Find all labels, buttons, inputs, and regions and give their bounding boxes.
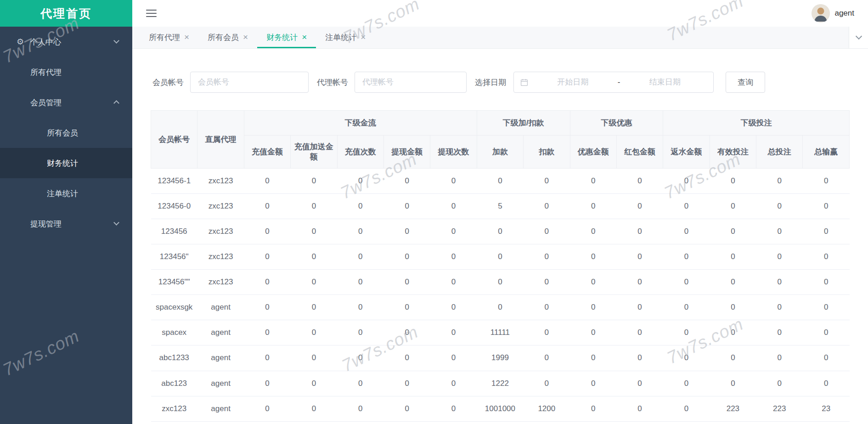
- cell-value: 0: [244, 320, 290, 345]
- cell-value: 0: [710, 193, 756, 219]
- cell-value: 0: [803, 219, 850, 244]
- cell-value: 0: [244, 270, 290, 295]
- cell-direct-agent: zxc123: [197, 244, 244, 270]
- cell-value: 0: [383, 219, 430, 244]
- table-header: 会员帐号直属代理下级金流下级加/扣款下级优惠下级投注充值金额充值加送金额充值次数…: [151, 111, 850, 169]
- tab-finance-stats[interactable]: 财务统计×: [257, 27, 316, 48]
- column-header: 充值次数: [337, 136, 383, 169]
- cell-value: 0: [756, 193, 803, 219]
- stats-table: 会员帐号直属代理下级金流下级加/扣款下级优惠下级投注充值金额充值加送金额充值次数…: [151, 110, 850, 422]
- hamburger-menu-icon[interactable]: [146, 10, 157, 17]
- cell-value: 0: [710, 219, 756, 244]
- table-row: 123456""zxc1230000000000000: [151, 270, 850, 295]
- calendar-icon: [520, 79, 528, 86]
- sidebar-item-label: 所有会员: [47, 128, 78, 138]
- tab-all-agents[interactable]: 所有代理×: [140, 27, 198, 48]
- start-date-input[interactable]: [531, 78, 615, 87]
- cell-value: 0: [710, 270, 756, 295]
- sidebar-item-label: 所有代理: [30, 67, 62, 78]
- sidebar-item-label: 个人中心: [30, 37, 61, 47]
- cell-value: 0: [291, 219, 337, 244]
- cell-value: 0: [383, 193, 430, 219]
- cell-value: 0: [616, 219, 663, 244]
- tab-bet-stats[interactable]: 注单统计×: [316, 27, 375, 48]
- cell-value: 0: [710, 295, 756, 320]
- cell-value: 0: [337, 320, 383, 345]
- tab-bar: 所有代理×所有会员×财务统计×注单统计×: [132, 27, 868, 49]
- cell-direct-agent: agent: [197, 396, 244, 421]
- column-header: 提现金额: [383, 136, 430, 169]
- cell-value: 0: [616, 295, 663, 320]
- cell-value: 0: [524, 295, 570, 320]
- cell-value: 0: [756, 345, 803, 371]
- cell-value: 0: [803, 168, 850, 193]
- tab-close-icon[interactable]: ×: [361, 33, 366, 41]
- cell-member-account: 123456-1: [151, 168, 197, 193]
- cell-member-account: 123456": [151, 244, 197, 270]
- search-button[interactable]: 查询: [726, 72, 765, 93]
- sidebar-item-bet-stats[interactable]: 注单统计: [0, 178, 132, 209]
- cell-value: 0: [383, 320, 430, 345]
- user-menu[interactable]: agent: [812, 4, 854, 23]
- cell-value: 0: [337, 295, 383, 320]
- member-account-input[interactable]: [190, 72, 309, 93]
- cell-value: 1200: [524, 396, 570, 421]
- sidebar-item-all-members[interactable]: 所有会员: [0, 118, 132, 148]
- cell-direct-agent: agent: [197, 371, 244, 396]
- main-area: agent 所有代理×所有会员×财务统计×注单统计× 会员帐号 代理帐号 选择日…: [132, 0, 868, 424]
- tab-close-icon[interactable]: ×: [302, 33, 307, 41]
- column-header: 总输赢: [803, 136, 850, 169]
- cell-value: 0: [244, 371, 290, 396]
- cell-value: 0: [383, 345, 430, 371]
- tab-all-members[interactable]: 所有会员×: [198, 27, 257, 48]
- tab-close-icon[interactable]: ×: [184, 33, 189, 41]
- cell-direct-agent: zxc123: [197, 168, 244, 193]
- tab-close-icon[interactable]: ×: [243, 33, 248, 41]
- sidebar-item-member-management[interactable]: 会员管理: [0, 87, 132, 118]
- cell-value: 0: [570, 270, 616, 295]
- column-header: 充值金额: [244, 136, 290, 169]
- sidebar-item-personal-center[interactable]: ⚙个人中心: [0, 27, 132, 57]
- cell-value: 0: [756, 320, 803, 345]
- table-row: 123456"zxc1230000000000000: [151, 244, 850, 270]
- cell-value: 11111: [477, 320, 523, 345]
- cell-value: 0: [337, 270, 383, 295]
- cell-value: 223: [710, 396, 756, 421]
- cell-value: 0: [803, 371, 850, 396]
- cell-value: 0: [337, 168, 383, 193]
- tab-dropdown-button[interactable]: [849, 27, 868, 48]
- cell-value: 0: [663, 371, 710, 396]
- cell-value: 0: [710, 371, 756, 396]
- cell-value: 0: [337, 371, 383, 396]
- end-date-input[interactable]: [623, 78, 707, 87]
- cell-value: 0: [570, 345, 616, 371]
- cell-value: 0: [663, 168, 710, 193]
- avatar[interactable]: [812, 4, 830, 23]
- cell-value: 0: [524, 345, 570, 371]
- cell-value: 0: [803, 244, 850, 270]
- sidebar-item-finance-stats[interactable]: 财务统计: [0, 148, 132, 178]
- cell-value: 0: [244, 295, 290, 320]
- agent-account-label: 代理帐号: [317, 77, 348, 88]
- cell-value: 0: [803, 193, 850, 219]
- cell-member-account: spacexsgk: [151, 295, 197, 320]
- date-label: 选择日期: [475, 77, 506, 88]
- cell-value: 0: [663, 345, 710, 371]
- cell-value: 0: [570, 219, 616, 244]
- cell-direct-agent: agent: [197, 345, 244, 371]
- topbar: agent: [132, 0, 868, 27]
- date-range-picker[interactable]: -: [513, 72, 714, 93]
- sidebar-item-all-agents[interactable]: 所有代理: [0, 57, 132, 87]
- cell-value: 0: [477, 295, 523, 320]
- cell-value: 0: [710, 168, 756, 193]
- cell-value: 0: [756, 295, 803, 320]
- cell-value: 0: [383, 396, 430, 421]
- sidebar-item-withdrawal-management[interactable]: 提现管理: [0, 209, 132, 239]
- cell-value: 0: [383, 168, 430, 193]
- cell-value: 0: [524, 371, 570, 396]
- cell-value: 0: [430, 396, 477, 421]
- agent-account-input[interactable]: [355, 72, 467, 93]
- cell-value: 0: [570, 244, 616, 270]
- cell-value: 0: [616, 244, 663, 270]
- cell-value: 0: [756, 371, 803, 396]
